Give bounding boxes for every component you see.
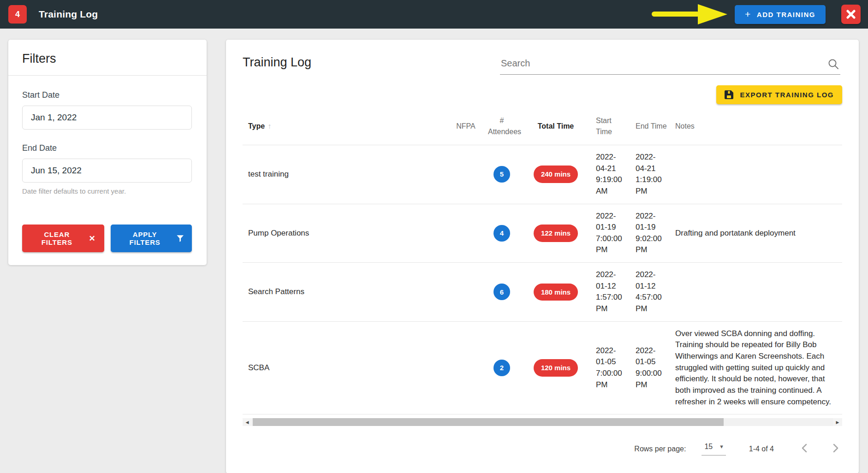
column-header-start-time[interactable]: Start Time <box>590 109 630 145</box>
column-header-nfpa[interactable]: NFPA <box>449 109 482 145</box>
cell-end-time: 2022-01-05 9:00:00 PM <box>630 321 670 414</box>
cell-notes: Drafting and portatank deployment <box>670 204 842 263</box>
cell-type: Search Patterns <box>243 263 449 322</box>
total-time-pill: 122 mins <box>534 225 578 242</box>
horizontal-scrollbar: ◀ ▶ <box>243 418 842 426</box>
table-header-row: Type↑ NFPA # Attendees Total Time Start … <box>243 109 842 145</box>
close-window-button[interactable] <box>841 5 861 24</box>
filters-header: Filters <box>8 40 207 75</box>
scroll-left-arrow-icon[interactable]: ◀ <box>243 418 252 426</box>
training-log-table: Type↑ NFPA # Attendees Total Time Start … <box>243 109 842 414</box>
cell-start-time: 2022-04-21 9:19:00 AM <box>590 145 630 204</box>
column-header-type[interactable]: Type↑ <box>243 109 449 145</box>
cell-attendees: 2 <box>482 321 521 414</box>
cell-notes: Over viewed SCBA donning and doffing. Tr… <box>670 321 842 414</box>
cell-notes <box>670 145 842 204</box>
clear-x-icon: ✕ <box>89 234 96 243</box>
add-training-label: ADD TRAINING <box>757 11 815 18</box>
filter-funnel-icon <box>177 235 184 242</box>
cell-nfpa <box>449 145 482 204</box>
notification-count-badge: 4 <box>8 5 27 24</box>
training-log-page: 4 Training Log + ADD TRAINING Filters <box>0 0 868 473</box>
attendees-badge: 4 <box>493 225 510 242</box>
cell-start-time: 2022-01-19 7:00:00 PM <box>590 204 630 263</box>
export-label: EXPORT TRAINING LOG <box>740 91 834 99</box>
export-training-log-button[interactable]: EXPORT TRAINING LOG <box>716 85 842 104</box>
attendees-badge: 5 <box>493 166 510 183</box>
cell-attendees: 6 <box>482 263 521 322</box>
pagination-bar: Rows per page: 15 ▾ 1-4 of 4 <box>243 442 842 464</box>
rows-per-page-value: 15 <box>704 443 713 451</box>
start-date-label: Start Date <box>22 90 192 100</box>
column-header-attendees[interactable]: # Attendees <box>482 109 521 145</box>
cell-attendees: 5 <box>482 145 521 204</box>
search-icon[interactable] <box>827 58 839 70</box>
filters-body: Start Date End Date Date filter defaults… <box>8 76 207 265</box>
clear-filters-label: CLEAR FILTERS <box>30 231 83 246</box>
end-date-input[interactable] <box>22 159 192 183</box>
scroll-right-arrow-icon[interactable]: ▶ <box>833 418 842 426</box>
cell-total-time: 122 mins <box>521 204 590 263</box>
chevron-right-icon <box>833 443 838 453</box>
pagination-range-label: 1-4 of 4 <box>749 445 774 453</box>
field-gap <box>22 130 192 143</box>
sort-ascending-icon: ↑ <box>268 122 271 130</box>
badge-count: 4 <box>15 10 20 19</box>
search-field <box>500 53 840 75</box>
total-time-pill: 120 mins <box>534 359 578 377</box>
table-row[interactable]: SCBA 2 120 mins 2022-01-05 7:00:00 PM 20… <box>243 321 842 414</box>
cell-attendees: 4 <box>482 204 521 263</box>
type-header-label: Type <box>248 122 265 130</box>
search-input[interactable] <box>500 53 840 74</box>
cell-nfpa <box>449 263 482 322</box>
cell-total-time: 240 mins <box>521 145 590 204</box>
cell-total-time: 180 mins <box>521 263 590 322</box>
cell-nfpa <box>449 204 482 263</box>
cell-end-time: 2022-01-19 9:02:00 PM <box>630 204 670 263</box>
training-log-panel: Training Log EXPORT TRAINING LOG <box>226 40 859 473</box>
caret-down-icon: ▾ <box>720 443 723 450</box>
total-time-pill: 180 mins <box>534 284 578 301</box>
scrollbar-thumb[interactable] <box>253 418 724 426</box>
app-title: Training Log <box>39 9 98 20</box>
cell-start-time: 2022-01-12 1:57:00 PM <box>590 263 630 322</box>
column-header-end-time[interactable]: End Time <box>630 109 670 145</box>
cell-total-time: 120 mins <box>521 321 590 414</box>
total-time-pill: 240 mins <box>534 166 578 183</box>
table-row[interactable]: test training 5 240 mins 2022-04-21 9:19… <box>243 145 842 204</box>
column-header-notes[interactable]: Notes <box>670 109 842 145</box>
scrollbar-track[interactable] <box>252 418 833 426</box>
content-area: Filters Start Date End Date Date filter … <box>0 29 868 473</box>
cell-notes <box>670 263 842 322</box>
cell-nfpa <box>449 321 482 414</box>
yellow-arrow-annotation-icon <box>651 4 728 25</box>
column-header-total-time[interactable]: Total Time <box>521 109 590 145</box>
clear-filters-button[interactable]: CLEAR FILTERS ✕ <box>22 225 104 252</box>
table-row[interactable]: Search Patterns 6 180 mins 2022-01-12 1:… <box>243 263 842 322</box>
add-training-button[interactable]: + ADD TRAINING <box>735 5 826 24</box>
chevron-left-icon <box>802 443 807 453</box>
cell-type: test training <box>243 145 449 204</box>
cell-end-time: 2022-04-21 1:19:00 PM <box>630 145 670 204</box>
date-filter-helper-text: Date filter defaults to current year. <box>22 187 192 195</box>
rows-per-page-select[interactable]: 15 ▾ <box>702 443 725 455</box>
attendees-badge: 2 <box>493 360 510 376</box>
cell-end-time: 2022-01-12 4:57:00 PM <box>630 263 670 322</box>
rows-per-page-label: Rows per page: <box>634 445 686 453</box>
top-header-bar: 4 Training Log + ADD TRAINING <box>0 0 868 29</box>
end-date-label: End Date <box>22 143 192 153</box>
start-date-input[interactable] <box>22 106 192 130</box>
previous-page-button[interactable] <box>800 442 809 456</box>
filters-title: Filters <box>22 52 193 66</box>
apply-filters-button[interactable]: APPLY FILTERS <box>111 225 192 252</box>
next-page-button[interactable] <box>831 442 840 456</box>
table-row[interactable]: Pump Operations 4 122 mins 2022-01-19 7:… <box>243 204 842 263</box>
attendees-badge: 6 <box>493 284 510 300</box>
export-row: EXPORT TRAINING LOG <box>243 85 842 104</box>
filters-actions: CLEAR FILTERS ✕ APPLY FILTERS <box>22 225 192 258</box>
apply-filters-label: APPLY FILTERS <box>119 231 171 246</box>
cell-start-time: 2022-01-05 7:00:00 PM <box>590 321 630 414</box>
cell-type: SCBA <box>243 321 449 414</box>
save-icon <box>725 90 733 99</box>
cell-type: Pump Operations <box>243 204 449 263</box>
